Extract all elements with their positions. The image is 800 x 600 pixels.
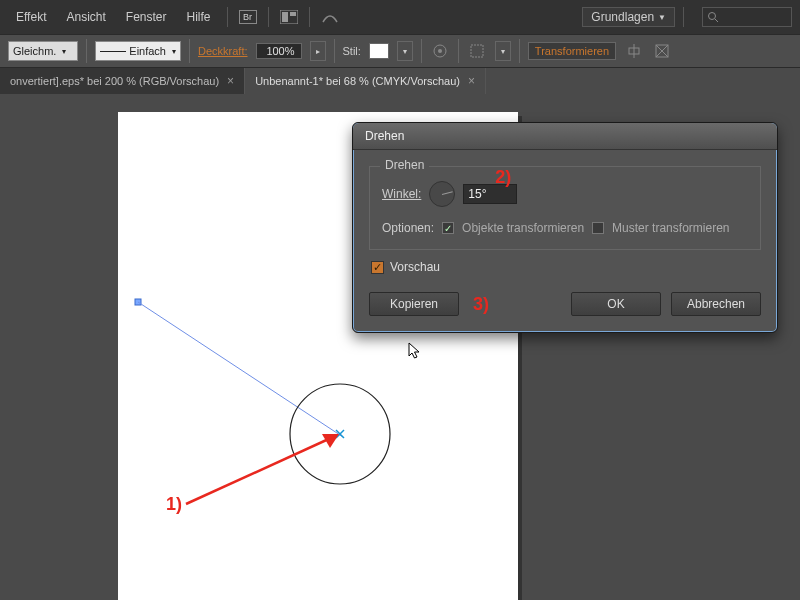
document-tab[interactable]: Unbenannt-1* bei 68 % (CMYK/Vorschau) × [245, 68, 486, 94]
search-input[interactable] [702, 7, 792, 27]
tool-icon[interactable] [318, 7, 342, 27]
menu-bar: Effekt Ansicht Fenster Hilfe Br Grundlag… [0, 0, 800, 34]
svg-point-6 [438, 49, 442, 53]
annotation-2: 2) [495, 167, 511, 188]
path-segment[interactable] [138, 302, 343, 437]
select-similar-menu[interactable]: ▾ [495, 41, 511, 61]
search-icon [707, 11, 719, 23]
transform-patterns-checkbox[interactable] [592, 222, 604, 234]
workspace-switcher[interactable]: Grundlagen ▼ [582, 7, 675, 27]
annotation-1: 1) [166, 494, 182, 515]
arrange-docs-icon[interactable] [277, 7, 301, 27]
rotate-fieldset: Drehen Winkel: 15° 2) Optionen: ✓ Objekt… [369, 166, 761, 250]
svg-rect-1 [282, 12, 288, 22]
rotate-dialog: Drehen Drehen Winkel: 15° 2) Optionen: ✓… [352, 122, 778, 333]
align-dropdown[interactable]: Gleichm.▾ [8, 41, 78, 61]
ok-button[interactable]: OK [571, 292, 661, 316]
separator [683, 7, 684, 27]
isolate-icon[interactable] [652, 41, 672, 61]
transform-objects-checkbox[interactable]: ✓ [442, 222, 454, 234]
close-icon[interactable]: × [468, 74, 475, 88]
transform-panel-button[interactable]: Transformieren [528, 42, 616, 60]
style-dropdown[interactable]: ▾ [397, 41, 413, 61]
copy-button[interactable]: Kopieren [369, 292, 459, 316]
workspace-label: Grundlagen [591, 10, 654, 24]
menu-fenster[interactable]: Fenster [118, 6, 175, 28]
menu-ansicht[interactable]: Ansicht [58, 6, 113, 28]
tab-label: onvertiert].eps* bei 200 % (RGB/Vorschau… [10, 75, 219, 87]
chevron-down-icon: ▼ [658, 13, 666, 22]
close-icon[interactable]: × [227, 74, 234, 88]
options-label: Optionen: [382, 221, 434, 235]
separator [268, 7, 269, 27]
preview-label: Vorschau [390, 260, 440, 274]
options-bar: Gleichm.▾ Einfach▾ Deckkraft: 100% ▸ Sti… [0, 34, 800, 68]
svg-rect-7 [471, 45, 483, 57]
svg-point-3 [709, 13, 716, 20]
transform-objects-label: Objekte transformieren [462, 221, 584, 235]
annotation-3: 3) [473, 294, 489, 315]
document-tab[interactable]: onvertiert].eps* bei 200 % (RGB/Vorschau… [0, 68, 245, 94]
annotation-arrow [186, 437, 333, 504]
separator [227, 7, 228, 27]
menu-hilfe[interactable]: Hilfe [179, 6, 219, 28]
separator [309, 7, 310, 27]
select-similar-icon[interactable] [467, 41, 487, 61]
angle-label: Winkel: [382, 187, 421, 201]
align-panel-icon[interactable] [624, 41, 644, 61]
cursor-icon [408, 342, 422, 360]
cancel-button[interactable]: Abbrechen [671, 292, 761, 316]
svg-rect-2 [290, 12, 296, 16]
bridge-icon[interactable]: Br [236, 7, 260, 27]
opacity-value[interactable]: 100% [256, 43, 302, 59]
style-swatch[interactable] [369, 43, 389, 59]
menu-effekt[interactable]: Effekt [8, 6, 54, 28]
dialog-title: Drehen [353, 123, 777, 150]
preview-checkbox[interactable]: ✓ [371, 261, 384, 274]
stroke-style-dropdown[interactable]: Einfach▾ [95, 41, 181, 61]
fieldset-legend: Drehen [380, 158, 429, 172]
style-label: Stil: [343, 45, 361, 57]
document-tabs: onvertiert].eps* bei 200 % (RGB/Vorschau… [0, 68, 800, 94]
opacity-label: Deckkraft: [198, 45, 248, 57]
opacity-stepper[interactable]: ▸ [310, 41, 326, 61]
transform-patterns-label: Muster transformieren [612, 221, 729, 235]
tab-label: Unbenannt-1* bei 68 % (CMYK/Vorschau) [255, 75, 460, 87]
angle-dial[interactable] [429, 181, 455, 207]
recolor-icon[interactable] [430, 41, 450, 61]
svg-line-4 [715, 19, 718, 22]
